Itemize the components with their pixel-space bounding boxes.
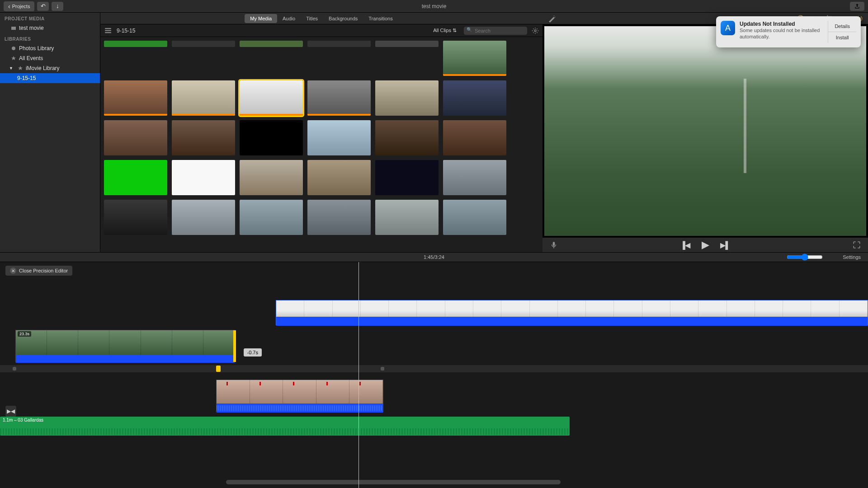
search-input[interactable] (464, 27, 527, 35)
precision-edit-icon[interactable]: ▶◀ (5, 406, 16, 417)
svg-rect-0 (11, 27, 16, 30)
tab-transitions[interactable]: Transitions (363, 14, 398, 23)
timeline-clip[interactable] (276, 300, 868, 325)
clapper-icon (11, 25, 16, 31)
sidebar-item-all-events[interactable]: All Events (0, 53, 100, 63)
media-clip[interactable] (240, 80, 303, 116)
media-clip[interactable] (307, 80, 371, 116)
ruler-marker[interactable] (13, 367, 16, 371)
media-clip[interactable] (375, 160, 439, 195)
media-clip[interactable] (307, 120, 371, 155)
fullscreen-icon[interactable] (853, 241, 861, 249)
clip-grid[interactable] (100, 37, 542, 252)
media-clip[interactable] (443, 80, 506, 116)
tab-my-media[interactable]: My Media (245, 14, 277, 23)
media-clip[interactable] (104, 160, 167, 195)
svg-rect-3 (105, 30, 111, 31)
media-clip[interactable] (375, 80, 439, 116)
media-clip[interactable] (240, 120, 303, 155)
media-clip[interactable] (443, 200, 506, 235)
media-clip[interactable] (172, 160, 235, 195)
media-clip[interactable] (104, 80, 167, 116)
wand-icon[interactable] (548, 14, 556, 23)
edit-point-marker[interactable] (216, 366, 221, 372)
top-toolbar: Projects ↶ ↓ test movie (0, 0, 868, 13)
star-icon (11, 56, 16, 61)
tab-backgrounds[interactable]: Backgrounds (323, 14, 363, 23)
media-clip[interactable] (443, 160, 506, 195)
media-clip[interactable] (172, 120, 235, 155)
event-label: 9-15-15 (17, 75, 36, 81)
zoom-slider[interactable] (787, 253, 823, 261)
sidebar-item-project[interactable]: test movie (0, 23, 100, 33)
notification-details-button[interactable]: Details (828, 21, 856, 32)
media-clip[interactable] (172, 41, 235, 47)
media-clip[interactable] (307, 200, 371, 235)
gear-icon[interactable] (532, 27, 539, 34)
music-clip[interactable]: 1.1m – 03 Gallardas (0, 417, 570, 436)
media-clip[interactable] (240, 41, 303, 47)
clip-filter-dropdown[interactable]: All Clips ⇅ (430, 27, 459, 34)
browser-column: My Media Audio Titles Backgrounds Transi… (100, 13, 542, 252)
svg-rect-14 (553, 242, 555, 246)
sidebar-item-photos[interactable]: Photos Library (0, 43, 100, 53)
preview-viewer[interactable] (544, 26, 866, 236)
waterfall-graphic (744, 79, 746, 173)
media-clip[interactable] (443, 41, 506, 76)
media-clip[interactable] (240, 200, 303, 235)
undo-button[interactable]: ↶ (37, 2, 49, 11)
media-clip[interactable] (443, 120, 506, 155)
settings-button[interactable]: Settings (843, 254, 861, 260)
timeline-clip[interactable]: 23.3s -0.7s (15, 330, 235, 362)
tab-titles[interactable]: Titles (301, 14, 323, 23)
playback-controls: ▐◀ ▶ ▶▌ (542, 238, 868, 252)
ruler-marker[interactable] (381, 367, 384, 371)
import-button[interactable]: ↓ (52, 2, 63, 11)
media-clip[interactable] (307, 41, 371, 47)
playhead-time: 1:45/3:24 (424, 254, 444, 260)
timeline-info-bar: 1:45/3:24 Settings (0, 252, 868, 262)
trim-offset-badge: -0.7s (244, 348, 262, 357)
svg-point-7 (555, 17, 556, 18)
timeline[interactable]: Close Precision Editor ▶◀ 23.3s -0.7s (0, 262, 868, 488)
viewer-column: ▐◀ ▶ ▶▌ (542, 13, 868, 252)
star-icon (18, 66, 23, 71)
share-icon (854, 3, 860, 9)
libraries-header: LIBRARIES (0, 33, 100, 43)
playhead[interactable] (359, 262, 359, 488)
trim-handle[interactable] (233, 330, 236, 362)
notification-install-button[interactable]: Install (828, 32, 856, 43)
browser-toolbar: 9-15-15 All Clips ⇅ (100, 24, 542, 37)
list-view-icon[interactable] (104, 27, 112, 35)
media-clip[interactable] (375, 200, 439, 235)
appstore-icon: A (721, 21, 735, 35)
media-clip[interactable] (104, 120, 167, 155)
media-clip[interactable] (240, 160, 303, 195)
notification-title: Updates Not Installed (740, 21, 823, 27)
prev-button[interactable]: ▐◀ (680, 241, 690, 249)
tab-audio[interactable]: Audio (277, 14, 301, 23)
media-clip[interactable] (104, 200, 167, 235)
media-clip[interactable] (375, 41, 439, 47)
media-clip[interactable] (375, 120, 439, 155)
media-clip[interactable] (172, 200, 235, 235)
media-clip[interactable] (307, 160, 371, 195)
waveform (0, 428, 570, 435)
update-notification: A Updates Not Installed Some updates cou… (716, 16, 861, 47)
photos-label: Photos Library (19, 45, 54, 52)
next-button[interactable]: ▶▌ (720, 241, 731, 249)
disclosure-triangle-icon[interactable]: ▼ (9, 66, 13, 70)
close-precision-button[interactable]: Close Precision Editor (5, 266, 72, 276)
play-button[interactable]: ▶ (702, 239, 709, 251)
share-button[interactable] (850, 2, 864, 11)
projects-back-button[interactable]: Projects (4, 1, 34, 11)
precision-lower-track: ▶◀ 23.3s -0.7s (0, 330, 244, 362)
horizontal-scrollbar[interactable] (226, 480, 561, 484)
voiceover-icon[interactable] (550, 241, 558, 249)
project-name: test movie (19, 25, 44, 31)
sidebar-item-imovie-library[interactable]: ▼ iMovie Library (0, 63, 100, 73)
media-clip[interactable] (172, 80, 235, 116)
media-clip[interactable] (104, 41, 167, 47)
sidebar-item-event[interactable]: 9-15-15 (0, 73, 100, 83)
notification-message: Some updates could not be installed auto… (740, 27, 823, 40)
